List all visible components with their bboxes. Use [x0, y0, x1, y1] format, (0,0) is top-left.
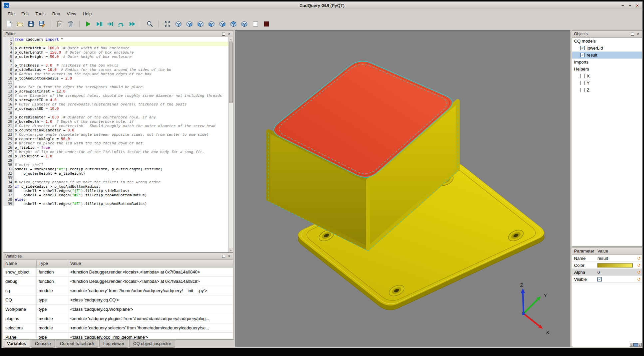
code-line[interactable]: 22p_countersinkDiameter = 0.0 — [3, 128, 229, 132]
wireframe-button[interactable] — [251, 19, 260, 29]
variable-row[interactable]: CQtype<class 'cadquery.cq.CQ'> — [3, 295, 233, 305]
params-hscrollbar[interactable]: ◂ ▸ — [630, 343, 642, 347]
code-line[interactable]: 11 — [3, 81, 229, 85]
variable-row[interactable]: Workplanetype<class 'cadquery.cq.Workpla… — [3, 305, 233, 314]
iso-view-button[interactable] — [174, 19, 183, 29]
code-line[interactable]: 35if p_sideRadius > p_topAndBottomRadius… — [3, 184, 229, 189]
parameter-row-visible[interactable]: Visible✓↺ — [572, 276, 642, 283]
checkbox[interactable] — [580, 81, 585, 85]
scroll-thumb[interactable] — [229, 42, 233, 103]
code-editor[interactable]: 1from cadquery import *23p_outerWidth = … — [3, 37, 229, 252]
code-line[interactable]: 39 oshell = oshell.edges("#Z").fillet(p_… — [3, 202, 229, 206]
tab-cq-object-inspector[interactable]: CQ object inspector — [129, 340, 175, 348]
code-line[interactable]: 23# Countersink angle (complete angle be… — [3, 132, 229, 137]
code-line[interactable]: 5p_outerHeight = 50.0 # Outer height of … — [3, 55, 229, 59]
code-line[interactable]: 24p_countersinkAngle = 90.0 — [3, 137, 229, 141]
minimize-button[interactable]: − — [620, 3, 626, 8]
code-line[interactable]: 15p_screwpostID = 4.0 — [3, 98, 229, 102]
editor-close-button[interactable]: × — [227, 32, 232, 37]
objects-tree-item-imports[interactable]: Imports — [572, 59, 642, 66]
shaded-button[interactable] — [262, 19, 271, 29]
code-line[interactable]: 21# Outer diameter of countersink. Shoul… — [3, 124, 229, 128]
editor-float-button[interactable] — [221, 32, 226, 37]
variable-row[interactable]: debugfunction<function Debugger.render.<… — [3, 277, 233, 286]
objects-tree-item-x[interactable]: X — [572, 73, 642, 80]
fit-all-button[interactable] — [163, 19, 172, 29]
variable-row[interactable]: pluginsmodule<module 'cadquery.plugins' … — [3, 314, 233, 323]
objects-tree-item-lowerlid[interactable]: ✓lowerLid — [572, 45, 642, 52]
scroll-right-arrow[interactable]: ▸ — [638, 343, 641, 346]
menu-file[interactable]: File — [4, 10, 18, 17]
variable-row[interactable]: Planetype<class 'cadquery.occ_impl.geom.… — [3, 333, 233, 340]
code-line[interactable]: 4p_outerLength = 150.0 # Outer length of… — [3, 50, 229, 55]
variable-row[interactable]: show_objectfunction<function Debugger.re… — [3, 267, 233, 277]
objects-tree-item-z[interactable]: Z — [572, 87, 642, 93]
title-bar[interactable]: cq CadQuery GUI (PyQT) −+× — [2, 2, 642, 10]
checkbox[interactable] — [580, 74, 585, 78]
code-line[interactable]: 26p_flipLid = True — [3, 145, 229, 150]
menu-view[interactable]: View — [64, 10, 80, 17]
code-line[interactable]: 34# weird geometry happens if we make th… — [3, 180, 229, 184]
clear-button[interactable] — [55, 19, 64, 29]
maximize-button[interactable]: + — [627, 3, 633, 8]
tab-variables[interactable]: Variables — [3, 340, 30, 348]
close-button[interactable]: × — [634, 3, 640, 8]
code-line[interactable]: 25# Whether to place the lid with the to… — [3, 141, 229, 145]
continue-button[interactable] — [128, 19, 137, 29]
code-line[interactable]: 19p_boreDiameter = 8.0 # Diameter of the… — [3, 115, 229, 119]
tab-log-viewer[interactable]: Log viewer — [99, 340, 128, 348]
save-file-button[interactable] — [26, 19, 36, 29]
step-over-button[interactable] — [117, 19, 126, 29]
checkbox[interactable]: ✓ — [597, 277, 602, 281]
variables-close-button[interactable]: × — [227, 254, 232, 259]
code-line[interactable]: 38else: — [3, 197, 229, 202]
objects-float-button[interactable] — [630, 32, 635, 37]
objects-tree-item-result[interactable]: ✓result — [572, 52, 642, 59]
code-line[interactable]: 37 oshell = oshell.edges("#Z").fillet(p_… — [3, 193, 229, 197]
reset-button[interactable]: ↺ — [636, 277, 642, 282]
code-line[interactable]: 32 p_outerHeight + p_lipHeight) — [3, 171, 229, 176]
objects-tree-item-cq-models[interactable]: CQ models — [572, 38, 642, 45]
scroll-left-arrow[interactable]: ◂ — [630, 343, 633, 346]
code-line[interactable]: 14# nner Diameter of the screwpost holes… — [3, 93, 229, 98]
column-header-value[interactable]: Value — [68, 260, 233, 267]
variables-float-button[interactable] — [221, 254, 226, 259]
left-view-button[interactable] — [207, 19, 216, 29]
scroll-up-arrow[interactable]: ▲ — [229, 37, 233, 42]
code-line[interactable]: 16# Outer Diameter of the screwposts.\nD… — [3, 102, 229, 106]
debug-button[interactable] — [95, 19, 104, 29]
checkbox[interactable] — [580, 88, 585, 92]
menu-tools[interactable]: Tools — [32, 10, 49, 17]
code-line[interactable]: 30# outer shell — [3, 163, 229, 167]
menu-help[interactable]: Help — [80, 10, 95, 17]
code-line[interactable]: 27# Height of lip on the underside of th… — [3, 150, 229, 154]
code-line[interactable]: 17p_screwpostOD = 10.0 — [3, 106, 229, 111]
code-line[interactable]: 31oshell = Workplane("XY").rect(p_outerW… — [3, 167, 229, 171]
code-line[interactable]: 2 — [3, 42, 229, 46]
new-file-button[interactable] — [4, 19, 14, 29]
code-line[interactable]: 9# Radius for the curves on the top and … — [3, 72, 229, 76]
3d-viewport[interactable]: Z Y X — [235, 30, 570, 347]
checkbox[interactable]: ✓ — [580, 53, 585, 57]
checkbox[interactable]: ✓ — [580, 46, 585, 50]
code-line[interactable]: 7p_thickness = 3.0 # Thickness of the bo… — [3, 63, 229, 68]
save-as-button[interactable] — [37, 19, 47, 29]
objects-close-button[interactable]: × — [636, 32, 641, 37]
variable-row[interactable]: selectorsmodule<module 'cadquery.selecto… — [3, 323, 233, 333]
delete-button[interactable] — [66, 19, 75, 29]
right-view-button[interactable] — [218, 19, 227, 29]
code-line[interactable]: 3p_outerWidth = 100.0 # Outer width of b… — [3, 46, 229, 50]
step-into-button[interactable] — [106, 19, 115, 29]
parameter-row-alpha[interactable]: Alpha0↺ — [572, 269, 642, 276]
code-line[interactable]: 29 — [3, 158, 229, 163]
code-line[interactable]: 20p_boreDepth = 1.0 # Depth of the count… — [3, 119, 229, 124]
tab-current-traceback[interactable]: Current traceback — [56, 340, 98, 348]
code-line[interactable]: 13p_screwpostInset = 12.0 — [3, 89, 229, 93]
scroll-thumb[interactable] — [633, 343, 638, 346]
menu-edit[interactable]: Edit — [18, 10, 32, 17]
reset-button[interactable]: ↺ — [636, 263, 642, 268]
reset-button[interactable]: ↺ — [636, 256, 642, 261]
editor-vertical-scrollbar[interactable]: ▲ ▼ — [228, 37, 233, 252]
front-view-button[interactable] — [185, 19, 194, 29]
code-line[interactable]: 8p_sideRadius = 10.0 # Radius for the cu… — [3, 68, 229, 72]
